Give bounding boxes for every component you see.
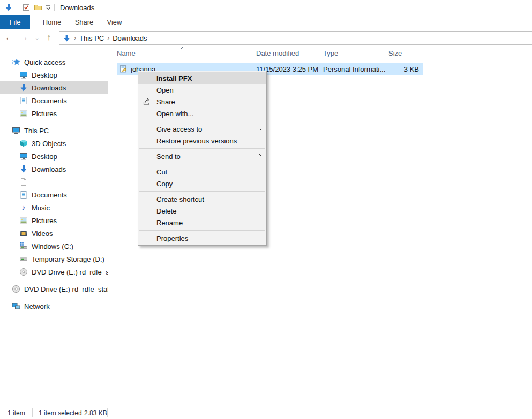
sidebar-item-pictures[interactable]: Pictures — [0, 214, 108, 227]
pfx-certificate-icon — [119, 65, 128, 73]
address-bar[interactable]: › This PC › Downloads — [59, 31, 532, 45]
back-button[interactable]: ← — [3, 32, 15, 43]
menu-item-create-shortcut[interactable]: Create shortcut — [138, 193, 266, 205]
sidebar-item-videos[interactable]: Videos — [0, 227, 108, 240]
menu-separator — [139, 164, 265, 164]
menu-item-cut[interactable]: Cut — [138, 166, 266, 178]
column-header-size[interactable]: Size — [388, 49, 402, 57]
tab-view[interactable]: View — [100, 15, 129, 29]
menu-item-share[interactable]: Share — [138, 96, 266, 108]
column-header-date-modified[interactable]: Date modified — [256, 49, 299, 57]
up-button[interactable]: ↑ — [43, 32, 55, 43]
network-icon — [12, 302, 20, 310]
column-divider[interactable] — [385, 48, 385, 60]
sidebar-item-dvd-drive-e-root[interactable]: DVD Drive (E:) rd_rdfe_stable. — [0, 283, 108, 295]
desktop-icon — [19, 152, 28, 161]
column-header-type[interactable]: Type — [323, 49, 338, 57]
status-selected-size: 2.83 KB — [84, 409, 107, 417]
toolbar-separator — [17, 4, 17, 11]
customize-toolbar-icon[interactable] — [45, 5, 51, 10]
status-divider — [32, 408, 33, 417]
this-pc-icon — [12, 126, 20, 135]
menu-item-restore-previous-versions[interactable]: Restore previous versions — [138, 135, 266, 147]
music-note-icon: ♪ — [19, 203, 28, 212]
recent-locations-chevron[interactable]: ⌄ — [31, 32, 43, 43]
file-explorer-window: Downloads File Home Share View ← → ⌄ ↑ ›… — [0, 0, 532, 419]
documents-icon — [19, 191, 28, 199]
menu-separator — [139, 191, 265, 192]
menu-separator — [139, 230, 265, 231]
windows-drive-icon — [19, 242, 28, 250]
sidebar-item-documents[interactable]: Documents — [0, 188, 108, 201]
tab-file[interactable]: File — [0, 15, 30, 29]
status-bar: 1 item 1 item selected 2.83 KB — [0, 407, 532, 419]
sidebar-item-desktop-pinned[interactable]: Desktop — [0, 68, 108, 81]
documents-icon — [19, 96, 28, 105]
sidebar-item-music[interactable]: ♪ Music — [0, 201, 108, 214]
submenu-chevron-icon — [258, 126, 262, 132]
desktop-icon — [19, 71, 28, 79]
new-folder-icon[interactable] — [34, 3, 42, 12]
menu-item-properties[interactable]: Properties — [138, 232, 266, 244]
sidebar-item-dvd-drive-e[interactable]: DVD Drive (E:) rd_rdfe_stable — [0, 265, 108, 278]
sidebar-item-unnamed[interactable] — [0, 176, 108, 188]
toolbar-separator — [54, 4, 55, 11]
menu-separator — [139, 121, 265, 121]
tab-home[interactable]: Home — [35, 15, 69, 29]
sidebar-item-temporary-storage-d-drive[interactable]: Temporary Storage (D:) — [0, 253, 108, 265]
dvd-disc-icon — [12, 285, 20, 293]
file-type: Personal Informati... — [323, 65, 385, 73]
menu-separator — [139, 148, 265, 149]
sidebar-item-desktop[interactable]: Desktop — [0, 150, 108, 163]
forward-button[interactable]: → — [18, 32, 30, 43]
menu-item-copy[interactable]: Copy — [138, 178, 266, 189]
downloads-icon — [19, 165, 28, 173]
file-size: 3 KB — [404, 65, 419, 73]
status-divider — [107, 408, 108, 417]
sidebar-item-windows-c-drive[interactable]: Windows (C:) — [0, 240, 108, 253]
tab-share[interactable]: Share — [69, 15, 100, 29]
sidebar-item-network[interactable]: Network — [0, 300, 108, 313]
menu-item-send-to[interactable]: Send to — [138, 150, 266, 162]
properties-check-icon[interactable] — [22, 3, 31, 12]
sidebar-item-this-pc[interactable]: This PC — [0, 124, 108, 137]
menu-item-give-access-to[interactable]: Give access to — [138, 123, 266, 135]
window-title: Downloads — [60, 4, 94, 12]
address-downloads-icon — [63, 34, 71, 42]
share-icon — [143, 97, 151, 106]
sidebar-item-downloads-pinned[interactable]: Downloads — [0, 81, 108, 94]
blank-document-icon — [19, 178, 28, 186]
menu-item-install-pfx[interactable]: Install PFX — [138, 72, 266, 84]
sidebar-item-quick-access[interactable]: Quick access — [0, 56, 108, 68]
pictures-icon — [19, 109, 28, 118]
ribbon-tabs: File Home Share View — [0, 15, 532, 29]
downloads-icon — [19, 83, 28, 92]
quick-access-star-icon — [12, 58, 20, 66]
pictures-icon — [19, 216, 28, 225]
navigation-bar: ← → ⌄ ↑ › This PC › Downloads — [0, 29, 532, 45]
breadcrumb-downloads[interactable]: Downloads — [113, 34, 147, 42]
titlebar: Downloads — [0, 0, 532, 15]
column-divider[interactable] — [319, 48, 319, 60]
sidebar-item-documents-pinned[interactable]: Documents — [0, 94, 108, 107]
sidebar-item-downloads[interactable]: Downloads — [0, 163, 108, 176]
3d-objects-cube-icon — [19, 139, 28, 148]
navigation-pane: Quick access Desktop Downloads Documents… — [0, 45, 108, 407]
breadcrumb-this-pc[interactable]: This PC — [79, 34, 104, 42]
menu-item-open-with[interactable]: Open with... — [138, 108, 266, 119]
column-divider[interactable] — [252, 48, 252, 60]
status-selected-info: 1 item selected — [39, 409, 82, 417]
menu-item-delete[interactable]: Delete — [138, 205, 266, 217]
submenu-chevron-icon — [258, 153, 262, 159]
sidebar-item-pictures-pinned[interactable]: Pictures — [0, 107, 108, 120]
sidebar-item-3d-objects[interactable]: 3D Objects — [0, 137, 108, 150]
breadcrumb-chevron-icon: › — [74, 34, 76, 42]
breadcrumb-chevron-icon: › — [107, 34, 109, 42]
column-divider[interactable] — [425, 48, 425, 60]
column-header-name[interactable]: Name — [117, 49, 136, 57]
downloads-arrow-icon — [4, 3, 13, 12]
menu-item-open[interactable]: Open — [138, 84, 266, 96]
menu-item-rename[interactable]: Rename — [138, 217, 266, 228]
sort-ascending-caret-icon — [180, 47, 185, 50]
dvd-disc-icon — [19, 268, 28, 276]
